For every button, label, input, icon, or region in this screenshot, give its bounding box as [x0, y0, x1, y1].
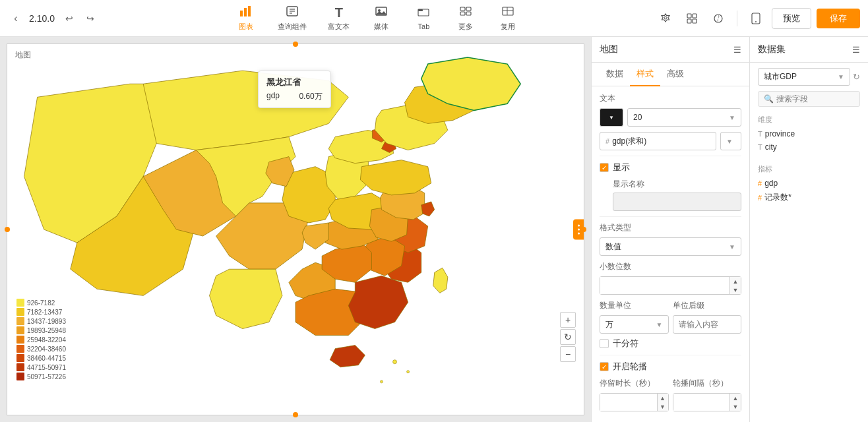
field-dropdown[interactable]: ▼	[720, 132, 741, 150]
map-panel-title: 地图	[600, 44, 618, 55]
field-label: gdp(求和)	[612, 136, 646, 147]
svg-point-18	[664, 16, 667, 19]
legend-range: 7182-13437	[27, 309, 62, 316]
dataset-selector[interactable]: 城市GDP ▼	[758, 68, 850, 86]
side-panel-handle[interactable]	[573, 220, 584, 240]
interval-down[interactable]: ▼	[730, 402, 741, 411]
toolbar-media[interactable]: 媒体	[363, 3, 400, 34]
undo-redo-group: ↩ ↪	[60, 9, 100, 28]
dataset-title: 数据集	[758, 44, 786, 55]
tab-advanced[interactable]: 高级	[660, 63, 691, 86]
stay-input[interactable]: 2	[600, 394, 657, 411]
decimal-up[interactable]: ▲	[730, 277, 741, 286]
zoom-out-button[interactable]: −	[560, 346, 576, 362]
gdp-field-name: gdp	[764, 179, 778, 188]
dataset-menu-icon[interactable]: ☰	[852, 45, 860, 55]
decimal-input[interactable]: 2	[600, 277, 729, 294]
toolbar-chart[interactable]: 图表	[228, 3, 264, 34]
dataset-panel: 数据集 ☰ 城市GDP ▼ ↻ 🔍 维度 T province	[749, 37, 868, 422]
legend-color	[16, 317, 24, 325]
legend-item: 13437-19893	[16, 317, 66, 325]
toolbar-tab-label: Tab	[418, 22, 430, 30]
stay-down[interactable]: ▼	[658, 402, 668, 411]
legend-range: 38460-44715	[27, 355, 66, 362]
resize-handle-top[interactable]	[293, 42, 298, 47]
metric-label: 指标	[758, 164, 860, 174]
unit-label: 数量单位	[600, 300, 669, 311]
mobile-view-btn[interactable]	[745, 8, 766, 29]
province-type-icon: T	[758, 130, 762, 138]
preview-button[interactable]: 预览	[772, 8, 811, 29]
text-font-row: ▼ 20 ▼	[600, 108, 741, 127]
unit-suffix-input[interactable]	[673, 315, 742, 334]
tab-data[interactable]: 数据	[600, 63, 630, 86]
show-checkbox-row: ✓ 显示	[600, 162, 741, 173]
interval-input[interactable]: 0	[673, 394, 730, 411]
save-button[interactable]: 保存	[817, 9, 860, 28]
map-panel-tabs: 数据 样式 高级	[592, 63, 749, 86]
toolbar-chart-label: 图表	[239, 22, 253, 32]
format-type-select[interactable]: 数值 ▼	[600, 237, 741, 256]
stay-up[interactable]: ▲	[658, 394, 668, 402]
toolbar-query-label: 查询组件	[278, 22, 307, 32]
province-field-name: province	[765, 129, 795, 138]
font-size-select[interactable]: 20 ▼	[627, 108, 741, 127]
font-color-picker[interactable]: ▼	[600, 108, 623, 127]
legend-color	[16, 373, 24, 380]
version-label: 2.10.0	[29, 13, 55, 24]
legend-color	[16, 326, 24, 334]
unit-select[interactable]: 万 ▼	[600, 315, 669, 334]
map-settings-panel: 地图 ☰ 数据 样式 高级 文本 ▼ 20 ▼ #	[591, 37, 749, 422]
divider-2	[600, 216, 741, 217]
undo-button[interactable]: ↩	[60, 9, 78, 28]
canvas-area[interactable]: 地图	[0, 37, 591, 422]
map-container[interactable]: 黑龙江省 gdp 0.60万 926-71827182-1343713437-1…	[7, 44, 584, 415]
theme-icon-btn[interactable]	[708, 8, 729, 29]
field-search-input[interactable]	[776, 94, 854, 104]
top-bar-left: ‹ 2.10.0 ↩ ↪	[8, 9, 100, 28]
field-hash-icon: #	[605, 137, 609, 145]
legend-range: 19893-25948	[27, 327, 66, 334]
map-panel-menu-icon[interactable]: ☰	[733, 45, 741, 55]
back-button[interactable]: ‹	[8, 11, 24, 26]
check-icon: ✓	[602, 164, 607, 171]
resize-handle-bottom[interactable]	[293, 412, 298, 417]
stay-col: 停留时长（秒） 2 ▲ ▼	[600, 378, 669, 411]
toolbar-richtext[interactable]: T 富文本	[320, 3, 357, 34]
dataset-refresh-icon[interactable]: ↻	[853, 72, 860, 82]
zoom-in-button[interactable]: +	[560, 312, 576, 328]
legend-range: 44715-50971	[27, 364, 66, 371]
legend-range: 50971-57226	[27, 373, 66, 380]
toolbar-more[interactable]: 更多	[447, 3, 484, 34]
decimal-down[interactable]: ▼	[730, 286, 741, 294]
resize-handle-left[interactable]	[5, 227, 10, 232]
legend-item: 44715-50971	[16, 363, 66, 371]
legend-item: 38460-44715	[16, 354, 66, 362]
legend-item: 7182-13437	[16, 308, 66, 316]
dataset-name: 城市GDP	[764, 71, 835, 82]
field-row: # gdp(求和) ▼	[600, 132, 741, 150]
toolbar-tab[interactable]: Tab	[405, 3, 442, 33]
legend-item: 19893-25948	[16, 326, 66, 334]
toolbar-query[interactable]: 查询组件	[270, 3, 315, 34]
settings-icon-btn[interactable]	[655, 8, 676, 29]
divider-3	[600, 355, 741, 355]
display-name-input[interactable]	[613, 193, 741, 211]
refresh-button[interactable]: ↻	[560, 329, 576, 345]
show-checkbox[interactable]: ✓	[600, 163, 609, 172]
redo-button[interactable]: ↪	[81, 9, 100, 28]
toolbar-reuse[interactable]: 复用	[489, 3, 526, 34]
thousand-checkbox[interactable]	[600, 339, 609, 348]
interval-up[interactable]: ▲	[730, 394, 741, 402]
color-picker-arrow: ▼	[609, 115, 614, 121]
svg-rect-21	[687, 19, 691, 23]
unit-col: 数量单位 万 ▼	[600, 300, 669, 334]
font-size-arrow: ▼	[729, 114, 735, 121]
dimension-city: T city	[758, 140, 860, 154]
layout-icon-btn[interactable]	[681, 8, 702, 29]
metric-count: # 记录数*	[758, 190, 860, 205]
field-select[interactable]: # gdp(求和)	[600, 132, 716, 150]
carousel-checkbox[interactable]: ✓	[600, 362, 609, 371]
reuse-icon	[501, 5, 514, 20]
tab-style[interactable]: 样式	[630, 63, 660, 86]
